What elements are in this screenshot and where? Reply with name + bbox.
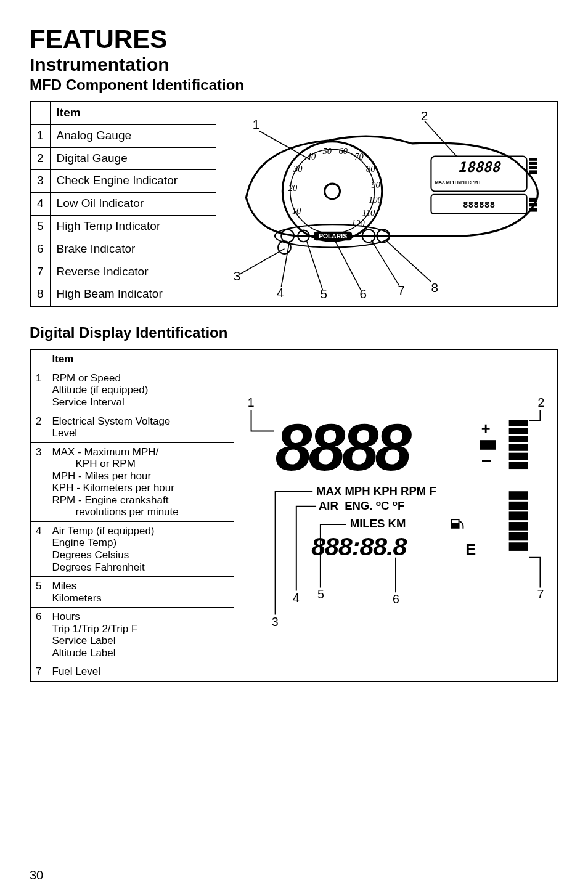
svg-text:100: 100 <box>369 195 382 205</box>
d-callout-6: 6 <box>393 592 399 606</box>
svg-rect-46 <box>509 453 528 460</box>
table-header-item: Item <box>50 102 216 124</box>
svg-rect-52 <box>509 532 528 541</box>
callout-1: 1 <box>253 117 260 131</box>
table-row: 4Low Oil Indicator <box>31 193 216 216</box>
callout-3: 3 <box>234 269 241 283</box>
d-callout-1: 1 <box>248 396 255 410</box>
table-row: 8High Beam Indicator <box>31 283 216 306</box>
digital-table: Item 1 RPM or Speed Altitude (if equippe… <box>31 350 234 681</box>
svg-rect-45 <box>509 444 528 451</box>
svg-rect-55 <box>452 520 459 523</box>
table-row: 6 Hours Trip 1/Trip 2/Trip F Service Lab… <box>31 608 234 662</box>
mfd-diagram: 10 20 30 40 50 60 70 80 90 100 110 120 <box>216 102 557 306</box>
svg-rect-30 <box>529 170 537 174</box>
svg-rect-48 <box>509 492 528 500</box>
seg-big: 8888 <box>276 410 412 484</box>
svg-text:50: 50 <box>323 146 332 156</box>
callout-5: 5 <box>320 287 327 301</box>
table-header-blank <box>31 350 47 369</box>
svg-rect-50 <box>509 512 528 521</box>
svg-point-2 <box>325 184 340 199</box>
mfd-box: Item 1Analog Gauge 2Digital Gauge 3Check… <box>30 101 558 307</box>
svg-text:60: 60 <box>338 146 348 156</box>
plus-icon: + <box>481 420 491 438</box>
table-row: 3 MAX - Maximum MPH/ KPH or RPM MPH - Mi… <box>31 442 234 521</box>
digital-mini-top: 18888 <box>458 159 502 175</box>
svg-line-38 <box>307 241 323 290</box>
callout-8: 8 <box>431 280 438 295</box>
digital-diagram: 8888 + − <box>234 350 557 681</box>
d-callout-3: 3 <box>272 615 279 629</box>
callout-2: 2 <box>421 108 428 123</box>
svg-line-35 <box>425 121 457 157</box>
table-header-blank <box>31 102 50 124</box>
svg-rect-31 <box>529 198 537 202</box>
e-label: E <box>465 541 476 558</box>
fuel-bars-icon <box>509 420 528 551</box>
svg-rect-28 <box>529 162 537 165</box>
d-callout-2: 2 <box>538 396 545 410</box>
table-row: 5 Miles Kilometers <box>31 577 234 608</box>
gauge-cluster-icon: 10 20 30 40 50 60 70 80 90 100 110 120 <box>221 107 552 301</box>
table-row: 2 Electrical System Voltage Level <box>31 412 234 442</box>
table-row: 1Analog Gauge <box>31 124 216 147</box>
svg-rect-42 <box>509 420 528 426</box>
d-callout-5: 5 <box>317 587 324 601</box>
mfd-table: Item 1Analog Gauge 2Digital Gauge 3Check… <box>31 102 216 306</box>
battery-icon <box>480 441 496 450</box>
svg-text:30: 30 <box>293 164 303 174</box>
svg-text:20: 20 <box>288 183 298 193</box>
svg-rect-43 <box>509 428 528 434</box>
table-row: 6Brake Indicator <box>31 238 216 261</box>
heading-features: FEATURES <box>30 25 558 54</box>
svg-point-0 <box>282 142 382 241</box>
table-row: 4 Air Temp (if equipped) Engine Temp) De… <box>31 521 234 576</box>
svg-rect-53 <box>509 543 528 552</box>
d-callout-7: 7 <box>537 587 544 601</box>
callout-4: 4 <box>277 285 284 299</box>
svg-rect-49 <box>509 502 528 510</box>
miles-line: MILES KM <box>350 517 406 530</box>
svg-text:10: 10 <box>292 206 301 216</box>
seg-small: 888:88.8 <box>311 532 407 561</box>
table-row: 3Check Engine Indicator <box>31 170 216 193</box>
svg-rect-33 <box>529 208 537 211</box>
fuel-pump-icon <box>451 519 463 529</box>
svg-rect-47 <box>509 462 528 470</box>
svg-text:POLARIS: POLARIS <box>319 233 347 240</box>
digital-display-icon: 8888 + − <box>239 355 552 676</box>
svg-text:90: 90 <box>371 180 380 190</box>
heading-digital: Digital Display Identification <box>30 324 558 341</box>
table-row: 2Digital Gauge <box>31 147 216 170</box>
svg-rect-32 <box>529 203 537 206</box>
table-row: 7 Fuel Level <box>31 662 234 681</box>
heading-instrumentation: Instrumentation <box>30 54 558 75</box>
callout-7: 7 <box>398 283 406 297</box>
svg-text:40: 40 <box>307 152 316 161</box>
table-row: 1 RPM or Speed Altitude (if equipped) Se… <box>31 369 234 412</box>
svg-line-36 <box>240 249 284 274</box>
table-row: 5High Temp Indicator <box>31 216 216 238</box>
svg-text:110: 110 <box>362 208 375 218</box>
svg-text:888888: 888888 <box>463 200 495 210</box>
svg-line-41 <box>385 240 431 282</box>
svg-rect-44 <box>509 436 528 442</box>
units-line: MAX MPH KPH RPM F <box>316 484 436 497</box>
svg-text:MAX MPH KPH RPM F: MAX MPH KPH RPM F <box>435 179 483 185</box>
svg-rect-51 <box>509 522 528 531</box>
digital-box: Item 1 RPM or Speed Altitude (if equippe… <box>30 349 558 682</box>
svg-rect-27 <box>529 158 537 161</box>
table-row: 7Reverse Indicator <box>31 261 216 283</box>
minus-icon: − <box>481 451 492 471</box>
air-line: AIR ENG. oC oF <box>319 499 404 512</box>
svg-line-37 <box>281 241 289 287</box>
table-header-item: Item <box>47 350 234 369</box>
svg-rect-29 <box>529 166 537 169</box>
d-callout-4: 4 <box>293 591 300 605</box>
svg-text:70: 70 <box>354 152 364 161</box>
svg-text:80: 80 <box>366 164 375 174</box>
svg-line-40 <box>371 240 399 285</box>
callout-6: 6 <box>360 287 367 301</box>
heading-mfd: MFD Component Identification <box>30 76 558 94</box>
